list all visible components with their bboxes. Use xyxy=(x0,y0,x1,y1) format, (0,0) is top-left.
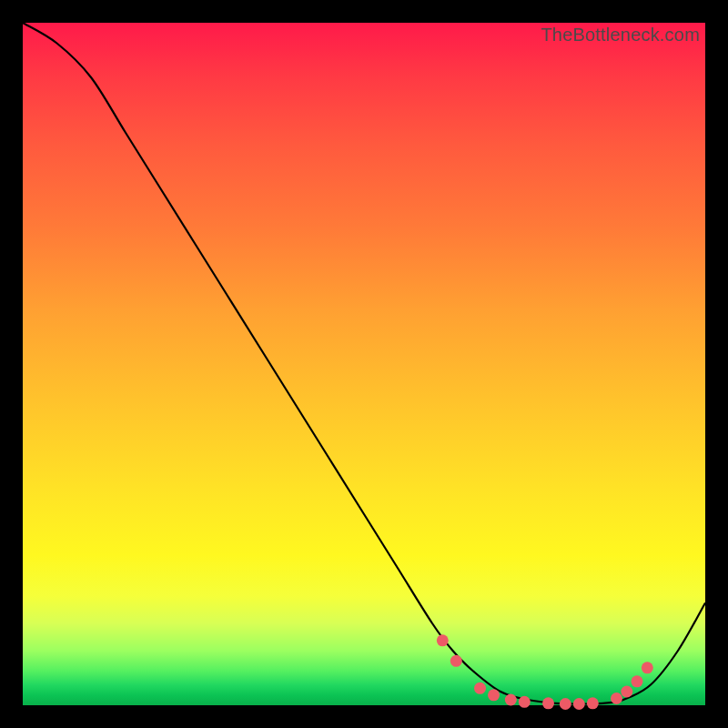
marker-dot xyxy=(450,655,462,667)
marker-dot xyxy=(621,686,632,698)
marker-dot xyxy=(611,693,622,704)
marker-dot xyxy=(519,696,531,708)
marker-dot xyxy=(560,698,571,710)
marker-dot xyxy=(642,662,653,673)
marker-dot xyxy=(437,634,449,646)
chart-svg xyxy=(23,23,705,705)
marker-dot xyxy=(587,697,599,709)
marker-dot xyxy=(488,689,500,701)
marker-dot xyxy=(505,694,517,706)
watermark-text: TheBottleneck.com xyxy=(541,25,700,46)
curve-markers xyxy=(437,634,653,710)
chart-frame: TheBottleneck.com xyxy=(23,23,705,705)
marker-dot xyxy=(632,675,643,687)
marker-dot xyxy=(542,697,554,709)
marker-dot xyxy=(573,698,585,710)
curve-line xyxy=(23,23,705,704)
marker-dot xyxy=(474,682,486,694)
